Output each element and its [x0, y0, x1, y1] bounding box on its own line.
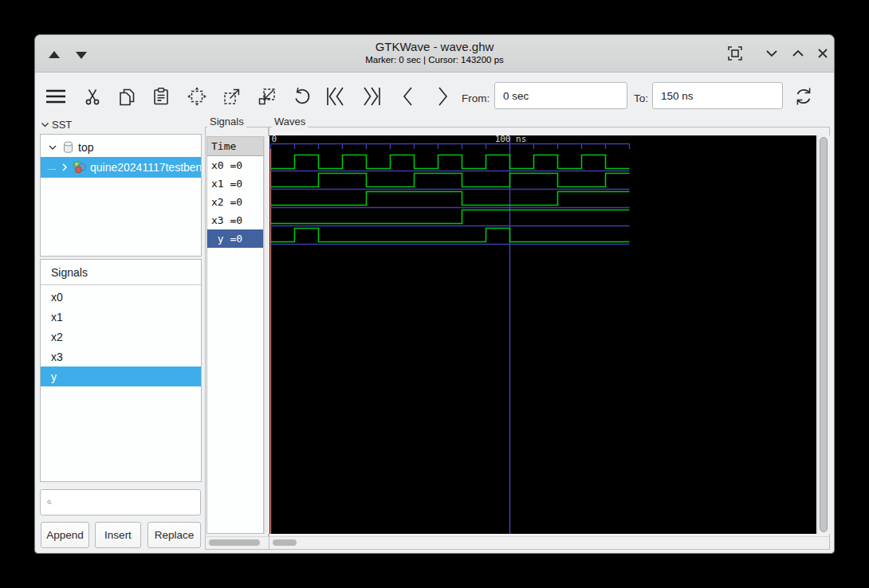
insert-button[interactable]: Insert: [95, 522, 141, 548]
wave-names-panel: Time x0 =0x1 =0x2 =0x3 =0 y =0: [206, 136, 264, 534]
step-right-icon[interactable]: [428, 84, 457, 109]
scrollbar-thumb[interactable]: [209, 539, 260, 546]
screen: { "window": { "title": "GTKWave - wave.g…: [0, 0, 869, 588]
signal-list-item-x0[interactable]: x0: [41, 287, 201, 307]
wave-name-row[interactable]: x0 =0: [207, 156, 263, 174]
tree-item-label: quine20241117testbench: [90, 161, 201, 174]
sst-expander[interactable]: SST: [41, 119, 72, 131]
reload-icon[interactable]: [789, 84, 818, 109]
signals-list-panel: Signals x0x1x2x3y: [40, 259, 202, 482]
to-input[interactable]: [652, 82, 783, 109]
replace-button[interactable]: Replace: [147, 522, 201, 548]
tree-item-label: top: [78, 141, 93, 154]
waves-frame-label: Waves: [272, 116, 308, 127]
waves-vertical-scrollbar[interactable]: [817, 135, 830, 534]
signal-list-item-y[interactable]: y: [41, 367, 201, 386]
zoom-fit-icon[interactable]: [183, 84, 211, 109]
sst-tree: top quine20241117testbench: [40, 134, 202, 257]
chevron-right-icon: [60, 163, 69, 172]
signal-search[interactable]: [40, 489, 201, 515]
wave-name-row[interactable]: x3 =0: [207, 211, 263, 229]
chevron-down-icon: [48, 143, 57, 152]
database-cylinder-icon: [62, 141, 74, 154]
signal-list-item-x2[interactable]: x2: [41, 327, 201, 347]
from-input[interactable]: [494, 82, 627, 109]
signals-list-header: Signals: [41, 260, 201, 285]
zoom-in-icon[interactable]: [218, 84, 246, 109]
search-icon: [47, 496, 52, 508]
signal-list-item-x1[interactable]: x1: [41, 307, 201, 327]
wave-name-row[interactable]: x1 =0: [207, 174, 263, 193]
tree-item-testbench[interactable]: quine20241117testbench: [41, 157, 201, 178]
gtkwave-window: GTKWave - wave.ghw Marker: 0 sec | Curso…: [35, 35, 834, 553]
undo-icon[interactable]: [287, 84, 316, 109]
search-input[interactable]: [57, 496, 200, 509]
tree-item-top[interactable]: top: [41, 137, 201, 157]
window-title: GTKWave - wave.ghw: [35, 39, 834, 54]
titlebar[interactable]: GTKWave - wave.ghw Marker: 0 sec | Curso…: [35, 35, 834, 73]
wave-canvas[interactable]: 0100 ns: [269, 135, 816, 534]
names-horizontal-scrollbar[interactable]: [206, 536, 269, 549]
to-label: To:: [634, 92, 648, 104]
wave-name-row[interactable]: x2 =0: [207, 193, 263, 211]
step-left-icon[interactable]: [394, 84, 423, 109]
maximize-icon[interactable]: [788, 44, 808, 63]
tree-branch-line: [47, 159, 56, 170]
signals-frame-label: Signals: [207, 116, 246, 127]
to-end-icon[interactable]: [356, 84, 385, 109]
cut-icon[interactable]: [78, 84, 107, 109]
marker-cursor-status: Marker: 0 sec | Cursor: 143200 ps: [35, 54, 834, 66]
copy-icon[interactable]: [112, 84, 141, 109]
svg-text:0: 0: [272, 135, 277, 144]
from-label: From:: [462, 92, 490, 104]
wave-name-list: x0 =0x1 =0x2 =0x3 =0 y =0: [207, 156, 263, 248]
waveform-plot: 0100 ns: [269, 135, 816, 534]
time-header: Time: [207, 137, 263, 156]
component-spheres-icon: [72, 160, 87, 174]
zoom-out-icon[interactable]: [253, 84, 281, 109]
toolbar: From: To:: [35, 73, 834, 118]
scrollbar-thumb[interactable]: [820, 137, 828, 532]
signals-list: x0x1x2x3y: [41, 285, 201, 386]
close-icon[interactable]: [813, 44, 832, 63]
svg-text:100 ns: 100 ns: [495, 135, 527, 144]
chevron-down-icon: [41, 120, 49, 129]
signal-list-item-x3[interactable]: x3: [41, 347, 201, 367]
to-start-icon[interactable]: [322, 84, 351, 109]
sst-expander-label: SST: [52, 119, 72, 131]
menu-icon[interactable]: [41, 84, 70, 109]
names-vertical-scrollbar[interactable]: [264, 136, 269, 534]
paste-icon[interactable]: [147, 84, 175, 109]
fullscreen-icon[interactable]: [725, 44, 745, 63]
scrollbar-thumb[interactable]: [273, 539, 297, 546]
minimize-icon[interactable]: [762, 44, 781, 63]
waves-horizontal-scrollbar[interactable]: [269, 536, 829, 549]
wave-name-row[interactable]: y =0: [207, 229, 263, 248]
append-button[interactable]: Append: [41, 522, 89, 548]
